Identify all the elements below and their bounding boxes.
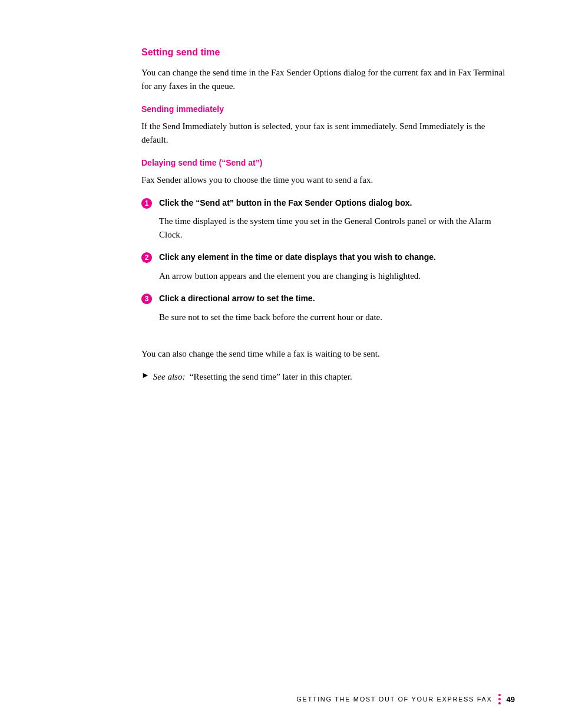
- section-title: Setting send time: [141, 47, 507, 58]
- extra-text-block: You can also change the send time while …: [141, 347, 507, 383]
- subsection1-body: If the Send Immediately button is select…: [141, 120, 507, 146]
- step-3: 3 Click a directional arrow to set the t…: [141, 293, 507, 305]
- see-also-block: ► See also: “Resetting the send time” la…: [141, 370, 507, 384]
- step-1-number: 1: [141, 198, 152, 209]
- subsection2-title: Delaying send time (“Send at”): [141, 158, 507, 167]
- extra-text: You can also change the send time while …: [141, 347, 507, 361]
- page-footer: Getting the Most Out of Your Express Fax…: [0, 694, 562, 704]
- subsection1-title: Sending immediately: [141, 104, 507, 114]
- step-1: 1 Click the “Send at” button in the Fax …: [141, 197, 507, 209]
- footer-dot-1: [498, 694, 501, 696]
- subsection2-body: Fax Sender allows you to choose the time…: [141, 173, 507, 187]
- step-3-instruction: Click a directional arrow to set the tim…: [159, 293, 315, 305]
- step-3-body: Be sure not to set the time back before …: [159, 311, 507, 324]
- footer-dots-decoration: [498, 694, 501, 704]
- footer-text: Getting the Most Out of Your Express Fax: [296, 696, 492, 703]
- step-2-number: 2: [141, 252, 152, 263]
- step-2: 2 Click any element in the time or date …: [141, 252, 507, 263]
- step-1-instruction: Click the “Send at” button in the Fax Se…: [159, 197, 412, 209]
- footer-dot-3: [498, 702, 501, 704]
- see-also-arrow-icon: ►: [141, 371, 150, 380]
- see-also-text: See also: “Resetting the send time” late…: [153, 370, 352, 384]
- footer-page-number: 49: [507, 695, 515, 704]
- see-also-link-text: “Resetting the send time” later in this …: [190, 372, 352, 381]
- step-2-body: An arrow button appears and the element …: [159, 269, 507, 283]
- intro-text: You can change the send time in the Fax …: [141, 66, 507, 93]
- step-2-instruction: Click any element in the time or date di…: [159, 252, 436, 263]
- step-1-body: The time displayed is the system time yo…: [159, 215, 507, 241]
- see-also-label: See also:: [153, 372, 186, 381]
- step-3-number: 3: [141, 294, 152, 304]
- footer-dot-2: [498, 698, 501, 700]
- page-content: Setting send time You can change the sen…: [141, 0, 507, 419]
- steps-container: 1 Click the “Send at” button in the Fax …: [141, 197, 507, 324]
